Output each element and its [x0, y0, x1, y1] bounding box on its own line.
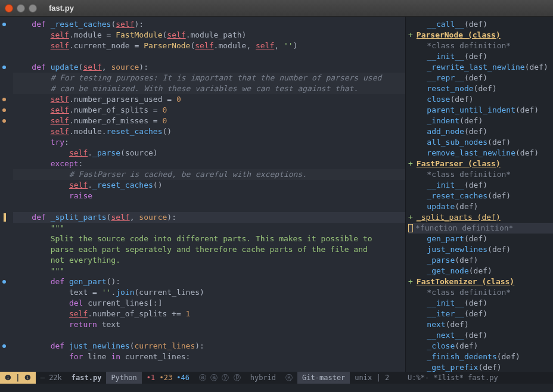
- code-line[interactable]: def _split_parts(self, source):: [13, 212, 405, 223]
- fold-marker-icon[interactable]: [2, 280, 6, 284]
- fold-marker-icon[interactable]: [2, 23, 6, 26]
- class-name: ParserNode (class): [417, 30, 501, 41]
- outline-item[interactable]: __repr__ (def): [408, 73, 553, 83]
- outline-item[interactable]: +ParserNode (class): [408, 30, 553, 41]
- outline-item[interactable]: +FastTokenizer (class): [408, 276, 553, 287]
- code-line[interactable]: self._parse(source): [13, 148, 405, 158]
- code-line[interactable]: def update(self, source):: [13, 62, 405, 73]
- outline-item[interactable]: close (def): [408, 94, 553, 105]
- outline-item[interactable]: __init__ (def): [408, 180, 553, 191]
- code-line[interactable]: return text: [13, 319, 405, 330]
- code-line[interactable]: text = ''.join(current_lines): [13, 287, 405, 298]
- lint-marker-icon[interactable]: [2, 108, 6, 112]
- outline-item[interactable]: gen_part (def): [408, 234, 553, 244]
- code-line[interactable]: # FastParser is cached, be careful with …: [13, 169, 405, 180]
- code-line[interactable]: [13, 201, 405, 212]
- code-line[interactable]: """: [13, 266, 405, 276]
- code-line[interactable]: def just_newlines(current_lines):: [13, 341, 405, 351]
- vc-branch[interactable]: Git-master: [297, 372, 350, 384]
- code-line[interactable]: del current_lines[:]: [13, 298, 405, 309]
- outline-item[interactable]: reset_node (def): [408, 83, 553, 94]
- gutter-mark: [0, 41, 8, 51]
- outline-item[interactable]: +FastParser (class): [408, 158, 553, 169]
- gutter-mark: [0, 309, 8, 319]
- outline-item[interactable]: _get_prefix (def): [408, 362, 553, 372]
- expand-icon[interactable]: +: [408, 30, 413, 41]
- outline-item[interactable]: _get_node (def): [408, 266, 553, 276]
- editor-pane[interactable]: def _reset_caches(self): self.module = F…: [0, 17, 405, 372]
- code-line[interactable]: self.number_of_misses = 0: [13, 116, 405, 126]
- code-line[interactable]: for line in current_lines:: [13, 351, 405, 362]
- code-line[interactable]: [13, 330, 405, 341]
- gutter-mark: [0, 94, 8, 105]
- close-icon[interactable]: [5, 4, 13, 13]
- gutter-mark: [0, 30, 8, 41]
- outline-item[interactable]: _finish_dedents (def): [408, 351, 553, 362]
- outline-item[interactable]: update (def): [408, 201, 553, 212]
- expand-icon[interactable]: +: [408, 158, 413, 169]
- outline-item[interactable]: *class definition*: [408, 169, 553, 180]
- outline-item[interactable]: _parse (def): [408, 255, 553, 266]
- outline-item[interactable]: just_newlines (def): [408, 244, 553, 255]
- code-line[interactable]: Split the source code into different par…: [13, 234, 405, 244]
- code-line[interactable]: [13, 51, 405, 62]
- major-mode[interactable]: Python: [106, 372, 141, 384]
- outline-cursor-icon: [408, 224, 413, 232]
- code-line[interactable]: self.number_of_splits += 1: [13, 309, 405, 319]
- code-line[interactable]: parse each part seperately and therefore…: [13, 244, 405, 255]
- outline-pane[interactable]: __call__ (def)+ParserNode (class) *class…: [405, 17, 553, 372]
- gutter-mark: [0, 158, 8, 169]
- outline-item[interactable]: _reset_caches (def): [408, 191, 553, 201]
- outline-item[interactable]: *function definition*: [408, 223, 553, 234]
- outline-item[interactable]: +_split_parts (def): [408, 212, 553, 223]
- minimize-icon[interactable]: [17, 4, 25, 13]
- def-name: next: [427, 319, 445, 330]
- code-line[interactable]: def _reset_caches(self):: [13, 19, 405, 30]
- code-line[interactable]: not everything.: [13, 255, 405, 266]
- outline-item[interactable]: _indent (def): [408, 116, 553, 126]
- code-line[interactable]: self.module.reset_caches(): [13, 126, 405, 137]
- code-line[interactable]: self.number_parsers_used = 0: [13, 94, 405, 105]
- flycheck-badge[interactable]: ❶ | ❶: [0, 372, 36, 384]
- outline-meta: *function definition*: [415, 223, 513, 234]
- expand-icon[interactable]: +: [408, 212, 413, 223]
- fold-marker-icon[interactable]: [2, 66, 6, 69]
- code-line[interactable]: # For testing purposes: It is important …: [13, 73, 405, 83]
- def-name: all_sub_nodes: [427, 137, 487, 148]
- outline-item[interactable]: *class definition*: [408, 287, 553, 298]
- expand-icon[interactable]: +: [408, 276, 413, 287]
- code-area[interactable]: def _reset_caches(self): self.module = F…: [8, 17, 405, 372]
- maximize-icon[interactable]: [29, 4, 37, 13]
- code-line[interactable]: try:: [13, 137, 405, 148]
- fold-marker-icon[interactable]: [2, 344, 6, 348]
- flycheck-counts[interactable]: •1 •23 •46: [142, 372, 194, 384]
- outline-item[interactable]: parent_until_indent (def): [408, 105, 553, 116]
- buffer-name[interactable]: fast.py: [67, 372, 107, 384]
- outline-item[interactable]: __next__ (def): [408, 330, 553, 341]
- code-line[interactable]: self.current_node = ParserNode(self.modu…: [13, 41, 405, 51]
- outline-item[interactable]: _close (def): [408, 341, 553, 351]
- outline-item[interactable]: remove_last_newline (def): [408, 148, 553, 158]
- lint-marker-icon[interactable]: [2, 98, 6, 101]
- def-name: update: [427, 201, 455, 212]
- code-line[interactable]: raise: [13, 191, 405, 201]
- outline-item[interactable]: __iter__ (def): [408, 309, 553, 319]
- code-line[interactable]: self._reset_caches(): [13, 180, 405, 191]
- code-line[interactable]: def gen_part():: [13, 276, 405, 287]
- def-name: __next__: [427, 330, 464, 341]
- outline-item[interactable]: all_sub_nodes (def): [408, 137, 553, 148]
- code-line[interactable]: # can be minimized. With these variables…: [13, 83, 405, 94]
- outline-item[interactable]: __init__ (def): [408, 298, 553, 309]
- lint-marker-icon[interactable]: [2, 119, 6, 123]
- code-line[interactable]: self.module = FastModule(self.module_pat…: [13, 30, 405, 41]
- code-line[interactable]: except:: [13, 158, 405, 169]
- code-line[interactable]: """: [13, 223, 405, 234]
- outline-item[interactable]: *class definition*: [408, 41, 553, 51]
- minibuffer[interactable]: [0, 384, 553, 392]
- code-line[interactable]: self.number_of_splits = 0: [13, 105, 405, 116]
- outline-item[interactable]: _rewrite_last_newline (def): [408, 62, 553, 73]
- outline-item[interactable]: __init__ (def): [408, 51, 553, 62]
- outline-item[interactable]: __call__ (def): [408, 19, 553, 30]
- outline-item[interactable]: next (def): [408, 319, 553, 330]
- outline-item[interactable]: add_node (def): [408, 126, 553, 137]
